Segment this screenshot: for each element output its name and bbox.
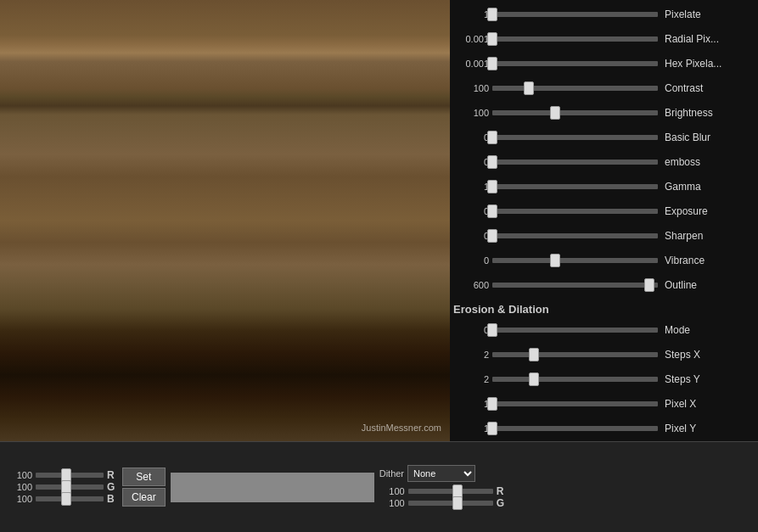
- slider-value-emboss: 0: [453, 157, 489, 167]
- slider-thumb-radial_pix[interactable]: [487, 32, 497, 46]
- slider-label-sharpen: Sharpen: [665, 230, 703, 242]
- watermark: JustinMessner.com: [362, 423, 441, 433]
- erosion-track-pixel_x: [492, 401, 658, 406]
- slider-row-pixelate: 1 Pixelate: [453, 3, 755, 26]
- slider-row-radial_pix: 0.001 Radial Pix...: [453, 27, 755, 51]
- slider-row-vibrance: 0 Vibrance: [453, 249, 755, 272]
- slider-row-sharpen: 0 Sharpen: [453, 224, 755, 248]
- erosion-label-steps_x: Steps X: [665, 349, 700, 361]
- slider-value-pixelate: 1: [453, 9, 489, 20]
- erosion-header: Erosion & Dilation: [453, 298, 755, 317]
- slider-value-gamma: 1: [453, 182, 489, 192]
- slider-track-sharpen: [492, 233, 658, 238]
- erosion-value-mode: 0: [453, 325, 489, 335]
- slider-value-exposure: 0: [453, 206, 489, 216]
- slider-row-basic_blur: 0 Basic Blur: [453, 126, 755, 149]
- slider-row-exposure: 0 Exposure: [453, 199, 755, 223]
- slider-thumb-hex_pixela[interactable]: [487, 57, 497, 70]
- slider-track-exposure: [492, 209, 658, 214]
- slider-thumb-sharpen[interactable]: [487, 229, 497, 243]
- erosion-thumb-steps_x[interactable]: [529, 348, 539, 361]
- set-button[interactable]: Set: [122, 468, 166, 486]
- clear-button[interactable]: Clear: [122, 488, 166, 507]
- slider-track-vibrance: [492, 258, 658, 263]
- erosion-thumb-steps_y[interactable]: [529, 372, 539, 386]
- dither-section: Dither None Floyd Ordered Atkinson 100 R…: [379, 465, 508, 509]
- slider-label-basic_blur: Basic Blur: [665, 132, 710, 143]
- main-sliders-container: 1 Pixelate 0.001 Radial Pix... 0.001 Hex…: [453, 3, 755, 297]
- rgb-value-b: 100: [7, 494, 32, 504]
- slider-label-radial_pix: Radial Pix...: [665, 33, 719, 45]
- erosion-track-mode: [492, 328, 658, 333]
- slider-value-sharpen: 0: [453, 231, 489, 241]
- slider-thumb-exposure[interactable]: [487, 204, 497, 218]
- bottom-bar: 100 R 100 G 100 B Set Clear Dither None …: [0, 441, 758, 532]
- slider-thumb-contrast[interactable]: [524, 81, 534, 95]
- erosion-thumb-pixel_y[interactable]: [487, 422, 497, 435]
- canvas-image: [0, 0, 450, 441]
- dither-row-g: 100 G: [379, 497, 508, 509]
- slider-thumb-basic_blur[interactable]: [487, 131, 497, 144]
- dither-rlabel-g: G: [497, 497, 508, 509]
- rgb-row-g: 100 G: [7, 481, 117, 493]
- slider-label-outline: Outline: [665, 279, 697, 291]
- rgb-row-b: 100 B: [7, 493, 117, 505]
- slider-thumb-vibrance[interactable]: [550, 254, 560, 267]
- slider-row-contrast: 100 Contrast: [453, 76, 755, 100]
- erosion-sliders-container: 0 Mode 2 Steps X 2 Steps Y 1 Pixel X 1 P…: [453, 318, 755, 441]
- erosion-label-pixel_y: Pixel Y: [665, 423, 696, 434]
- slider-track-pixelate: [492, 12, 658, 17]
- erosion-track-pixel_y: [492, 426, 658, 431]
- erosion-value-pixel_x: 1: [453, 399, 489, 409]
- slider-track-radial_pix: [492, 36, 658, 42]
- slider-row-brightness: 100 Brightness: [453, 101, 755, 125]
- canvas-area: JustinMessner.com: [0, 0, 450, 441]
- rgb-label-r: R: [107, 469, 117, 481]
- slider-value-contrast: 100: [453, 83, 489, 93]
- erosion-track-steps_y: [492, 377, 658, 382]
- erosion-track-steps_x: [492, 352, 658, 357]
- slider-label-pixelate: Pixelate: [665, 8, 701, 20]
- rgb-value-r: 100: [7, 470, 32, 480]
- dither-select[interactable]: None Floyd Ordered Atkinson: [407, 465, 475, 482]
- slider-thumb-brightness[interactable]: [550, 106, 560, 120]
- dither-val-r: 100: [379, 486, 405, 496]
- slider-thumb-pixelate[interactable]: [487, 8, 497, 21]
- slider-value-brightness: 100: [453, 108, 489, 118]
- slider-thumb-emboss[interactable]: [487, 155, 497, 169]
- slider-value-outline: 600: [453, 280, 489, 290]
- erosion-thumb-pixel_x[interactable]: [487, 397, 497, 411]
- dither-rows-container: 100 R 100 G: [379, 485, 508, 509]
- slider-value-radial_pix: 0.001: [453, 34, 489, 44]
- right-panel: 1 Pixelate 0.001 Radial Pix... 0.001 Hex…: [450, 0, 758, 441]
- dither-val-g: 100: [379, 498, 405, 508]
- slider-thumb-gamma[interactable]: [487, 180, 497, 193]
- erosion-slider-row-mode: 0 Mode: [453, 318, 755, 342]
- slider-label-vibrance: Vibrance: [665, 255, 705, 266]
- dither-thumb-g[interactable]: [452, 496, 463, 510]
- rgb-row-r: 100 R: [7, 469, 117, 481]
- rgb-label-g: G: [107, 481, 117, 493]
- slider-label-gamma: Gamma: [665, 181, 701, 193]
- dither-label: Dither: [379, 468, 404, 479]
- slider-label-brightness: Brightness: [665, 107, 713, 119]
- slider-thumb-outline[interactable]: [644, 278, 654, 292]
- erosion-thumb-mode[interactable]: [487, 323, 497, 337]
- slider-value-basic_blur: 0: [453, 132, 489, 143]
- slider-row-gamma: 1 Gamma: [453, 175, 755, 199]
- erosion-slider-row-steps_y: 2 Steps Y: [453, 367, 755, 391]
- slider-track-contrast: [492, 86, 658, 91]
- slider-value-vibrance: 0: [453, 255, 489, 266]
- erosion-slider-row-pixel_y: 1 Pixel Y: [453, 417, 755, 440]
- rgb-track-b: [36, 496, 104, 501]
- dither-track-g: [408, 501, 493, 506]
- dither-rlabel-r: R: [497, 485, 508, 497]
- slider-label-exposure: Exposure: [665, 205, 708, 217]
- rgb-thumb-b[interactable]: [61, 492, 71, 506]
- dither-row-r: 100 R: [379, 485, 508, 497]
- slider-value-hex_pixela: 0.001: [453, 59, 489, 69]
- erosion-label-steps_y: Steps Y: [665, 373, 700, 385]
- rgb-label-b: B: [107, 493, 117, 505]
- dither-sliders: 100 R 100 G: [379, 485, 508, 509]
- slider-row-emboss: 0 emboss: [453, 150, 755, 174]
